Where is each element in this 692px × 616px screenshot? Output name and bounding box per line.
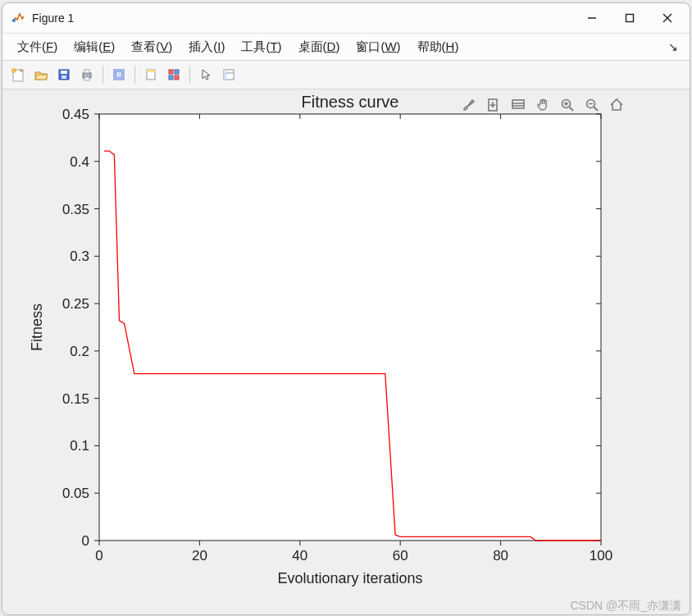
figure-area: 02040608010000.050.10.150.20.250.30.350.… [2,89,690,615]
minimize-button[interactable] [573,3,611,33]
svg-point-6 [12,69,16,73]
svg-rect-20 [175,75,179,80]
ytick-label: 0.3 [70,249,89,264]
toolbar-separator [189,66,190,84]
svg-rect-14 [116,71,122,78]
toolbar-separator [102,66,103,84]
new-figure-icon[interactable] [7,64,29,85]
ytick-label: 0.4 [70,154,89,170]
inspect-icon[interactable] [218,64,239,85]
svg-rect-12 [84,77,89,80]
print-preview-icon[interactable] [108,64,130,85]
axes[interactable]: 02040608010000.050.10.150.20.250.30.350.… [2,89,690,615]
window-title: Figure 1 [32,11,573,25]
ytick-label: 0 [82,533,89,549]
close-button[interactable] [649,3,686,33]
menu-desktop[interactable]: 桌面(D) [290,37,348,57]
svg-rect-35 [99,114,601,541]
print-icon[interactable] [76,64,98,85]
svg-rect-19 [169,75,173,80]
open-icon[interactable] [30,64,52,85]
tile-icon[interactable] [163,64,184,85]
xtick-label: 40 [292,548,307,564]
svg-rect-17 [169,70,173,74]
svg-rect-16 [147,70,155,72]
menu-file[interactable]: 文件(F) [9,37,66,57]
menu-view[interactable]: 查看(V) [123,37,180,57]
menu-edit[interactable]: 编辑(E) [66,37,123,57]
menu-expand-icon[interactable]: ↘ [663,40,683,53]
xtick-label: 80 [493,548,508,564]
ytick-label: 0.45 [62,107,89,122]
xtick-label: 20 [192,548,207,564]
y-axis-label: Fitness [29,303,45,351]
xtick-label: 100 [590,548,612,564]
svg-point-0 [12,19,16,22]
svg-rect-8 [61,71,67,74]
menu-window[interactable]: 窗口(W) [348,37,408,57]
svg-rect-9 [61,75,66,79]
ytick-label: 0.35 [62,202,89,217]
figure-window: Figure 1 文件(F) 编辑(E) 查看(V) 插入(I) 工具(T) 桌… [2,2,690,615]
menu-insert[interactable]: 插入(I) [180,37,233,57]
maximize-button[interactable] [611,3,649,33]
ytick-label: 0.25 [62,296,89,312]
xtick-label: 0 [95,548,102,564]
menu-help[interactable]: 帮助(H) [409,37,467,57]
titlebar: Figure 1 [2,3,690,34]
svg-rect-2 [626,15,634,22]
svg-rect-11 [84,70,89,73]
toolbar-separator [134,66,135,84]
chart-title: Fitness curve [302,93,399,111]
menubar: 文件(F) 编辑(E) 查看(V) 插入(I) 工具(T) 桌面(D) 窗口(W… [2,34,690,61]
dock-icon[interactable] [140,64,162,85]
x-axis-label: Evolutionary iterations [277,570,422,586]
svg-rect-18 [175,70,179,74]
xtick-label: 60 [393,548,408,564]
ytick-label: 0.05 [62,486,89,501]
svg-rect-23 [224,70,226,80]
save-icon[interactable] [53,64,75,85]
matlab-icon [11,11,25,25]
toolbar [2,61,690,89]
menu-tools[interactable]: 工具(T) [233,37,289,57]
ytick-label: 0.15 [62,391,89,407]
pointer-icon[interactable] [195,64,216,85]
ytick-label: 0.1 [70,438,89,454]
ytick-label: 0.2 [70,344,89,359]
